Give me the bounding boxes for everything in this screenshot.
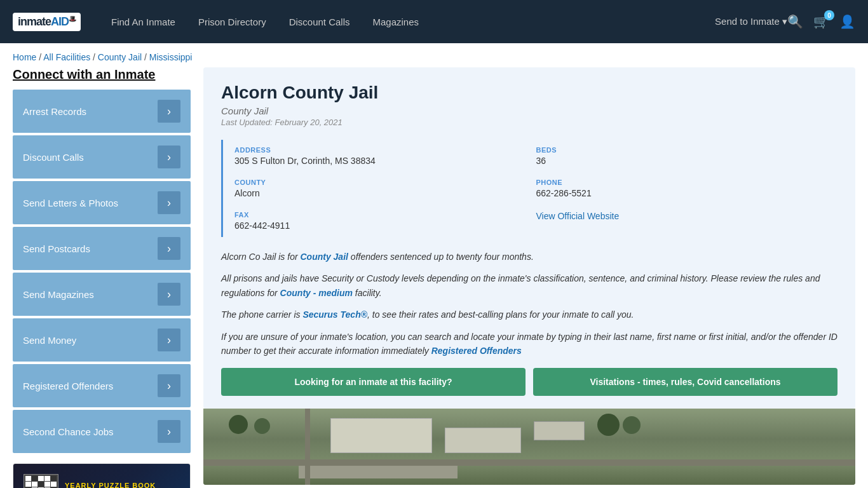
sidebar-item-arrest-records[interactable]: Arrest Records › [13,90,191,133]
sidebar-item-label: Discount Calls [23,152,84,163]
website-link[interactable]: View Official Website [536,211,620,221]
account-button[interactable]: 👤 [839,14,855,29]
logo-text: inmateAID🎩 [18,15,76,29]
main-layout: Connect with an Inmate Arrest Records › … [0,67,868,488]
content-area: Alcorn County Jail County Jail Last Upda… [203,67,855,488]
chevron-right-icon: › [158,146,180,168]
beds-value: 36 [536,156,838,166]
address-cell: ADDRESS 305 S Fulton Dr, Corinth, MS 388… [234,140,536,172]
facility-info-grid: ADDRESS 305 S Fulton Dr, Corinth, MS 388… [221,140,837,237]
desc-para-3: The phone carrier is Securus Tech®, to s… [221,308,837,322]
fax-value: 662-442-4911 [234,220,536,231]
facility-last-updated: Last Updated: February 20, 2021 [221,118,837,127]
logo[interactable]: inmateAID🎩 [13,13,81,31]
chevron-right-icon: › [158,420,180,443]
sidebar-item-label: Registered Offenders [23,381,113,391]
cart-button[interactable]: 🛒 0 [813,14,829,29]
address-value: 305 S Fulton Dr, Corinth, MS 38834 [234,156,536,166]
facility-type: County Jail [221,105,837,116]
website-cell: View Official Website [536,205,838,237]
breadcrumb: Home / All Facilities / County Jail / Mi… [0,43,868,67]
navbar: inmateAID🎩 Find An Inmate Prison Directo… [0,0,868,43]
beds-label: BEDS [536,146,838,154]
county-label: COUNTY [234,179,536,186]
county-cell: COUNTY Alcorn [234,172,536,205]
phone-cell: PHONE 662-286-5521 [536,172,838,205]
fax-label: FAX [234,211,536,219]
county-medium-link[interactable]: County - medium [280,288,353,298]
facility-card: Alcorn County Jail County Jail Last Upda… [203,67,855,409]
visitations-button[interactable]: Visitations - times, rules, Covid cancel… [533,368,837,396]
nav-discount-calls[interactable]: Discount Calls [278,0,362,43]
desc-para-4: If you are unsure of your inmate's locat… [221,330,837,358]
sidebar-title: Connect with an Inmate [13,67,191,82]
breadcrumb-all-facilities[interactable]: All Facilities [43,52,90,62]
facility-name: Alcorn County Jail [221,83,837,103]
ad-yearly-label: YEARLY PUZZLE BOOK [65,482,180,488]
action-buttons: Looking for an inmate at this facility? … [221,368,837,396]
sidebar-item-send-letters[interactable]: Send Letters & Photos › [13,181,191,224]
sidebar-item-second-chance-jobs[interactable]: Second Chance Jobs › [13,410,191,453]
beds-cell: BEDS 36 [536,140,838,172]
facility-description: Alcorn Co Jail is for County Jail offend… [221,250,837,358]
chevron-right-icon: › [158,329,180,351]
sidebar-item-send-magazines[interactable]: Send Magazines › [13,273,191,316]
sidebar-ad[interactable]: YEARLY PUZZLE BOOK PUZZLE BOOK SUBSCRIPT… [13,463,191,488]
securus-link[interactable]: Securus Tech® [302,309,367,320]
chevron-right-icon: › [158,283,180,306]
sidebar-item-send-postcards[interactable]: Send Postcards › [13,227,191,270]
breadcrumb-county-jail[interactable]: County Jail [98,52,142,62]
sidebar-item-send-money[interactable]: Send Money › [13,318,191,362]
chevron-right-icon: › [158,374,180,397]
phone-label: PHONE [536,179,838,186]
sidebar-item-label: Second Chance Jobs [23,426,114,437]
nav-magazines[interactable]: Magazines [362,0,431,43]
sidebar-item-registered-offenders[interactable]: Registered Offenders › [13,364,191,407]
sidebar-menu: Arrest Records › Discount Calls › Send L… [13,90,191,453]
chevron-right-icon: › [158,100,180,123]
address-label: ADDRESS [234,146,536,154]
desc-para-2: All prisons and jails have Security or C… [221,271,837,300]
looking-for-inmate-button[interactable]: Looking for an inmate at this facility? [221,368,526,396]
county-jail-link[interactable]: County Jail [300,252,348,262]
chevron-right-icon: › [158,237,180,260]
sidebar-item-label: Send Money [23,335,76,346]
breadcrumb-home[interactable]: Home [13,52,36,62]
sidebar-item-label: Send Letters & Photos [23,198,118,208]
facility-image [203,409,855,485]
registered-offenders-link[interactable]: Registered Offenders [431,346,522,356]
sidebar-item-label: Send Postcards [23,243,90,254]
nav-prison-directory[interactable]: Prison Directory [187,0,278,43]
search-button[interactable]: 🔍 [787,14,803,29]
ad-text: YEARLY PUZZLE BOOK PUZZLE BOOK SUBSCRIPT… [65,482,180,488]
aerial-image-placeholder [203,409,855,485]
sidebar-item-label: Send Magazines [23,289,94,300]
phone-value: 662-286-5521 [536,188,838,198]
desc-para-1: Alcorn Co Jail is for County Jail offend… [221,250,837,264]
nav-find-inmate[interactable]: Find An Inmate [100,0,187,43]
cart-badge: 0 [824,10,834,20]
sidebar-item-label: Arrest Records [23,106,86,117]
chevron-right-icon: › [158,191,180,214]
county-value: Alcorn [234,188,536,198]
nav-send-to-inmate[interactable]: Send to Inmate ▾ [715,16,787,27]
breadcrumb-mississippi[interactable]: Mississippi [149,52,193,62]
sidebar-item-discount-calls[interactable]: Discount Calls › [13,135,191,179]
fax-cell: FAX 662-442-4911 [234,205,536,237]
sidebar: Connect with an Inmate Arrest Records › … [13,67,191,488]
